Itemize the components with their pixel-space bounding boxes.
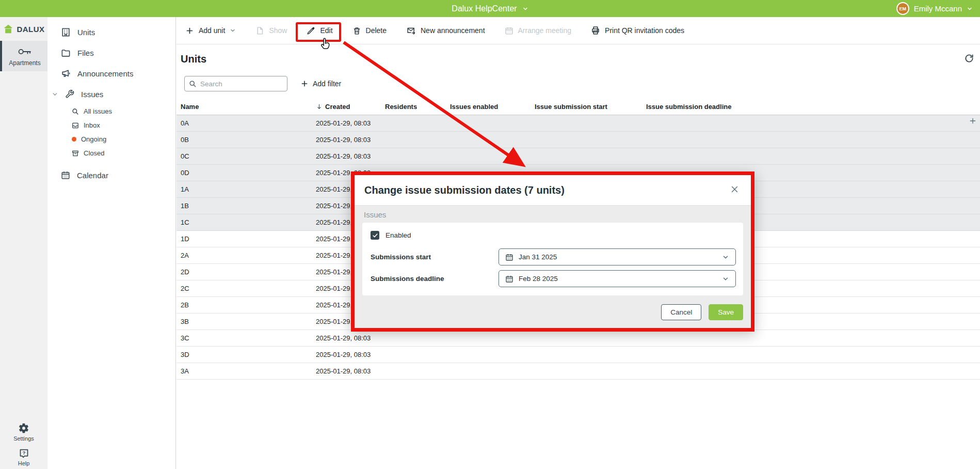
cell-residents <box>381 363 446 379</box>
search-icon <box>72 108 79 115</box>
sidebar: Units Files Announcements Issues All iss… <box>47 17 176 469</box>
cell-name: 3C <box>176 330 316 346</box>
save-button[interactable]: Save <box>709 304 743 320</box>
refresh-button[interactable] <box>964 53 974 66</box>
submissions-deadline-dropdown[interactable]: Feb 28 2025 <box>499 270 736 287</box>
cell-issue-deadline <box>642 148 980 164</box>
sidebar-item-label: All issues <box>84 107 112 115</box>
cell-name: 2D <box>176 263 316 280</box>
search-input[interactable] <box>200 80 278 88</box>
gear-icon <box>18 423 29 434</box>
cell-issue-start <box>531 115 642 131</box>
new-announcement-button[interactable]: New announcement <box>406 26 485 35</box>
table-header-row: Name Created Residents Issues enabled Is… <box>176 100 980 115</box>
delete-button[interactable]: Delete <box>352 26 387 35</box>
cell-name: 1A <box>176 181 316 197</box>
edit-button[interactable]: Edit <box>307 26 332 35</box>
table-row[interactable]: 0B 2025-01-29, 08:03 <box>176 131 980 148</box>
app-title: Dalux HelpCenter <box>452 4 517 13</box>
key-icon <box>17 46 33 57</box>
column-header-name[interactable]: Name <box>176 100 316 115</box>
cell-issues-enabled <box>446 148 531 164</box>
submissions-deadline-value: Feb 28 2025 <box>519 275 558 283</box>
column-header-created[interactable]: Created <box>316 100 381 115</box>
enabled-checkbox-row[interactable]: Enabled <box>371 231 736 240</box>
column-header-residents[interactable]: Residents <box>381 100 446 115</box>
cell-name: 3D <box>176 346 316 363</box>
dialog-header: Change issue submission dates (7 units) <box>355 175 751 206</box>
cell-name: 1D <box>176 230 316 247</box>
submissions-start-value: Jan 31 2025 <box>519 253 557 261</box>
sidebar-item-ongoing[interactable]: Ongoing <box>47 132 175 146</box>
table-row[interactable]: 0A 2025-01-29, 08:03 <box>176 115 980 131</box>
search-icon <box>189 80 197 88</box>
rail-item-apartments[interactable]: Apartments <box>0 41 47 71</box>
avatar: EM <box>896 2 909 15</box>
cell-issue-start <box>531 363 642 379</box>
table-row[interactable]: 0C 2025-01-29, 08:03 <box>176 148 980 164</box>
issues-panel: Enabled Submissions start Jan 31 2025 Su… <box>362 223 743 295</box>
cell-issue-start <box>531 148 642 164</box>
envelope-send-icon <box>406 26 416 35</box>
add-unit-button[interactable]: Add unit <box>185 26 236 35</box>
table-row[interactable]: 3A 2025-01-29, 08:03 <box>176 363 980 379</box>
rail-item-label: Settings <box>13 435 34 442</box>
rail-item-help[interactable]: ? Help <box>0 448 47 466</box>
sidebar-item-announcements[interactable]: Announcements <box>47 63 175 84</box>
cell-issues-enabled <box>446 131 531 148</box>
cell-name: 2A <box>176 247 316 263</box>
cell-residents <box>381 346 446 363</box>
sort-desc-icon <box>316 103 323 110</box>
sidebar-item-closed[interactable]: Closed <box>47 146 175 160</box>
cell-issue-deadline <box>642 131 980 148</box>
enabled-checkbox[interactable] <box>371 231 379 240</box>
submissions-deadline-label: Submissions deadline <box>369 275 499 283</box>
plus-icon <box>969 117 977 125</box>
building-icon <box>61 27 71 37</box>
sidebar-item-issues[interactable]: Issues <box>47 84 175 104</box>
column-header-issues-enabled[interactable]: Issues enabled <box>446 100 531 115</box>
cell-name: 3A <box>176 363 316 379</box>
sidebar-item-all-issues[interactable]: All issues <box>47 104 175 118</box>
close-icon <box>730 185 739 194</box>
print-qr-button[interactable]: Print QR invitation codes <box>591 26 684 35</box>
table-row[interactable]: 3D 2025-01-29, 08:03 <box>176 346 980 363</box>
add-filter-button[interactable]: Add filter <box>300 80 341 88</box>
rail-item-label: Apartments <box>9 59 40 67</box>
dialog-body: Issues Enabled Submissions start Jan 31 … <box>355 206 751 298</box>
search-box[interactable] <box>184 76 287 91</box>
issues-section-label: Issues <box>364 210 743 219</box>
sidebar-item-inbox[interactable]: Inbox <box>47 118 175 132</box>
change-dates-dialog: Change issue submission dates (7 units) … <box>351 171 754 332</box>
rail-item-settings[interactable]: Settings <box>0 423 47 442</box>
column-header-issue-start[interactable]: Issue submission start <box>531 100 642 115</box>
cell-issues-enabled <box>446 363 531 379</box>
submissions-start-row: Submissions start Jan 31 2025 <box>369 248 736 265</box>
plus-icon <box>300 80 309 88</box>
archive-icon <box>72 150 79 157</box>
cell-name: 0D <box>176 164 316 181</box>
top-app-bar: Dalux HelpCenter EM Emily Mccann <box>0 0 980 17</box>
svg-text:?: ? <box>22 450 25 456</box>
sidebar-item-files[interactable]: Files <box>47 42 175 63</box>
sidebar-item-units[interactable]: Units <box>47 22 175 42</box>
user-menu[interactable]: EM Emily Mccann <box>896 0 973 17</box>
cell-name: 3B <box>176 313 316 330</box>
add-column-button[interactable] <box>969 117 977 127</box>
table-row[interactable]: 3C 2025-01-29, 08:03 <box>176 330 980 346</box>
dialog-title: Change issue submission dates (7 units) <box>364 184 728 196</box>
submissions-start-dropdown[interactable]: Jan 31 2025 <box>499 248 736 265</box>
column-header-issue-deadline[interactable]: Issue submission deadline <box>642 100 980 115</box>
cell-issue-start <box>531 346 642 363</box>
show-button[interactable]: Show <box>255 26 287 35</box>
arrange-meeting-button[interactable]: Arrange meeting <box>505 26 572 35</box>
sidebar-item-calendar[interactable]: Calendar <box>47 165 175 185</box>
close-button[interactable] <box>728 183 741 198</box>
sidebar-item-label: Ongoing <box>81 135 106 143</box>
calendar-icon <box>61 170 70 180</box>
page-title: Units <box>181 53 980 65</box>
app-switcher[interactable]: Dalux HelpCenter <box>452 4 528 13</box>
cell-name: 2B <box>176 296 316 313</box>
calendar-icon <box>505 275 513 283</box>
cancel-button[interactable]: Cancel <box>661 304 701 320</box>
